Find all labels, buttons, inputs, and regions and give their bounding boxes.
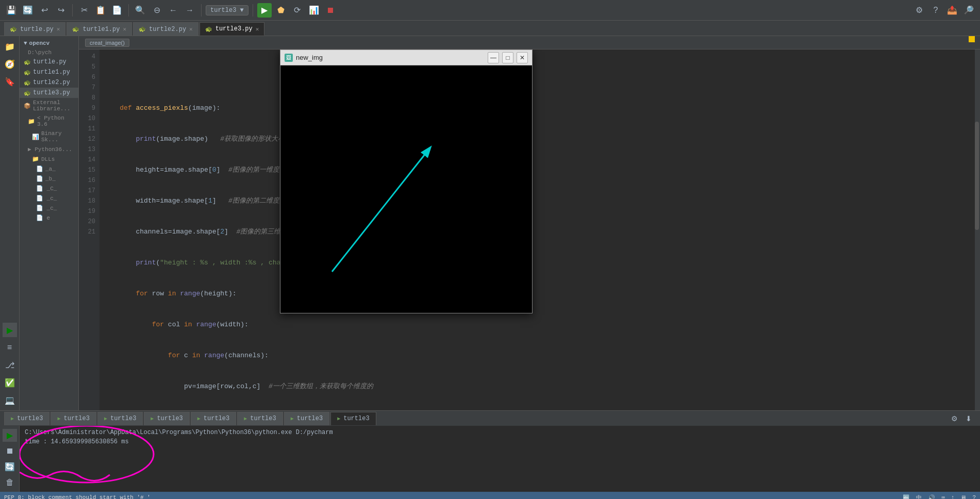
sidebar-item-python36[interactable]: 📁 < Python 3.6 (20, 113, 78, 129)
breadcrumb-func-btn[interactable]: creat_image() (85, 39, 129, 47)
img-window-maximize[interactable]: □ (502, 52, 513, 63)
sidebar-c1-label: 📄 _C_ (36, 185, 57, 192)
run-panel-btn[interactable]: ▶ (3, 323, 17, 337)
vcs-btn[interactable]: ⚙ (912, 3, 926, 18)
tab-turtle[interactable]: 🐢 turtle.py ✕ (4, 22, 65, 36)
run-tab-5[interactable]: ▶ turtle3 (237, 412, 283, 425)
tab-turtle3[interactable]: 🐢 turtle3.py ✕ (200, 22, 265, 36)
sidebar-e-label: 📄 e (36, 214, 50, 221)
run-tab-2[interactable]: ▶ turtle3 (97, 412, 143, 425)
run-tab-0[interactable]: ▶ turtle3 (4, 412, 49, 425)
tab-turtle3-close[interactable]: ✕ (256, 26, 259, 32)
sidebar-binarysk-icon: 📊 (32, 134, 39, 140)
sidebar-item-binarysk[interactable]: 📊 Binary Sk... (20, 129, 78, 144)
project-selector-label: turtle3 (210, 7, 236, 14)
sidebar-item-c3[interactable]: 📄 _c_ (20, 203, 78, 213)
run-icon-0: ▶ (11, 415, 14, 422)
sidebar-python36-label: < Python 3.6 (37, 115, 74, 127)
search-everywhere-btn[interactable]: 🔎 (961, 3, 976, 18)
cut-btn[interactable]: ✂ (77, 3, 91, 18)
img-window[interactable]: 🖼 new_img — □ ✕ (280, 49, 533, 313)
code-editor[interactable]: 4 5 6 7 8 9 10 11 12 13 14 15 16 17 18 1… (79, 49, 980, 410)
sidebar-item-turtle[interactable]: 🐢 turtle.py (20, 57, 78, 67)
git-btn[interactable]: ⎇ (3, 358, 17, 372)
coverage-btn[interactable]: ⟳ (290, 3, 305, 18)
sidebar-item-python36-2[interactable]: ▶ Python36... (20, 144, 78, 154)
run-tab-1[interactable]: ▶ turtle3 (51, 412, 96, 425)
stop-btn[interactable]: ⏹ (323, 3, 338, 18)
terminal-icon-2[interactable]: ⏹ (3, 445, 17, 458)
editor-scrollbar[interactable] (975, 49, 980, 410)
paste-btn[interactable]: 📄 (110, 3, 124, 18)
tab-turtle2-icon: 🐢 (139, 26, 146, 32)
yellow-marker (969, 36, 975, 42)
settings-btn[interactable]: ⚙ (947, 411, 961, 426)
run-icon-4: ▶ (197, 415, 201, 422)
sidebar-turtle1-icon: 🐢 (24, 69, 31, 76)
tab-turtle2[interactable]: 🐢 turtle2.py ✕ (133, 22, 198, 36)
code-line-5: def access_piexls(image): (104, 103, 976, 113)
img-window-close[interactable]: ✕ (517, 52, 528, 63)
terminal-btn[interactable]: 💻 (3, 393, 17, 407)
terminal[interactable]: C:\Users\Administrator\AppData\Local\Pro… (20, 426, 980, 492)
terminal-icon-1[interactable]: ▶ (3, 429, 17, 442)
todo-btn[interactable]: ✅ (3, 375, 17, 390)
run-tab-3-label: turtle3 (157, 415, 182, 422)
find-prev-btn[interactable]: ⊖ (150, 3, 164, 18)
separator-1 (72, 4, 73, 16)
sidebar-item-c2[interactable]: 📄 _c_ (20, 193, 78, 203)
tab-turtle-close[interactable]: ✕ (57, 26, 60, 32)
img-window-titlebar: 🖼 new_img — □ ✕ (280, 50, 532, 65)
copy-btn[interactable]: 📋 (93, 3, 108, 18)
terminal-icon-4[interactable]: 🗑 (3, 476, 17, 489)
sync-btn[interactable]: 🔄 (21, 3, 35, 18)
run-tab-7[interactable]: ▶ turtle3 (330, 412, 376, 425)
redo-btn[interactable]: ↪ (54, 3, 68, 18)
terminal-icon-3[interactable]: 🔄 (3, 460, 17, 473)
structure-btn[interactable]: ≡ (3, 340, 17, 355)
ln-17: 17 (81, 186, 97, 196)
ln-20: 20 (81, 217, 97, 227)
ln-7: 7 (81, 82, 97, 93)
run-tab-3[interactable]: ▶ turtle3 (144, 412, 189, 425)
nav-btn[interactable]: 🧭 (3, 57, 17, 71)
sidebar-item-ext-libs[interactable]: 📦 External Librarie... (20, 98, 78, 113)
line-numbers: 4 5 6 7 8 9 10 11 12 13 14 15 16 17 18 1… (79, 49, 99, 410)
sidebar-item-dlls[interactable]: 📁 DLLs (20, 154, 78, 164)
run-btn[interactable]: ▶ (257, 3, 272, 18)
ln-19: 19 (81, 206, 97, 217)
nav-fwd-btn[interactable]: → (182, 3, 197, 18)
save-btn[interactable]: 💾 (4, 3, 19, 18)
code-content[interactable]: def access_piexls(image): print(image.sh… (99, 49, 980, 410)
sidebar-item-c1[interactable]: 📄 _C_ (20, 184, 78, 193)
profile-btn[interactable]: 📊 (307, 3, 321, 18)
sidebar-turtle-icon: 🐢 (24, 59, 31, 65)
img-window-minimize[interactable]: — (488, 52, 499, 63)
run-tab-4[interactable]: ▶ turtle3 (191, 412, 236, 425)
nav-back-btn[interactable]: ← (166, 3, 180, 18)
sidebar-item-e[interactable]: 📄 e (20, 213, 78, 223)
sidebar-item-a[interactable]: 📄 _a_ (20, 164, 78, 174)
bookmark-btn[interactable]: 🔖 (3, 74, 17, 89)
tab-turtle1-close[interactable]: ✕ (123, 26, 126, 32)
download-btn[interactable]: ⬇ (961, 411, 976, 426)
tab-turtle2-close[interactable]: ✕ (189, 26, 193, 32)
undo-btn[interactable]: ↩ (37, 3, 52, 18)
tab-turtle-label: turtle.py (20, 26, 54, 33)
share-btn[interactable]: 📤 (945, 3, 959, 18)
tab-turtle1[interactable]: 🐢 turtle1.py ✕ (67, 22, 132, 36)
project-tree-btn[interactable]: 📁 (3, 39, 17, 54)
help-btn[interactable]: ? (928, 3, 943, 18)
ln-4: 4 (81, 52, 97, 62)
sidebar-item-turtle3[interactable]: 🐢 turtle3.py (20, 88, 78, 98)
run-tab-6-label: turtle3 (297, 415, 323, 422)
sidebar-item-b[interactable]: 📄 _b_ (20, 174, 78, 184)
code-line-7: height=image.shape[0] #图像的第一维度高度 (104, 165, 976, 175)
sidebar-item-turtle2[interactable]: 🐢 turtle2.py (20, 77, 78, 88)
project-selector[interactable]: turtle3 ▼ (206, 5, 248, 15)
sidebar-item-turtle1[interactable]: 🐢 turtle1.py (20, 67, 78, 77)
debug-btn[interactable]: ⬟ (274, 3, 288, 18)
find-btn[interactable]: 🔍 (133, 3, 147, 18)
ln-12: 12 (81, 134, 97, 144)
run-tab-6[interactable]: ▶ turtle3 (284, 412, 329, 425)
